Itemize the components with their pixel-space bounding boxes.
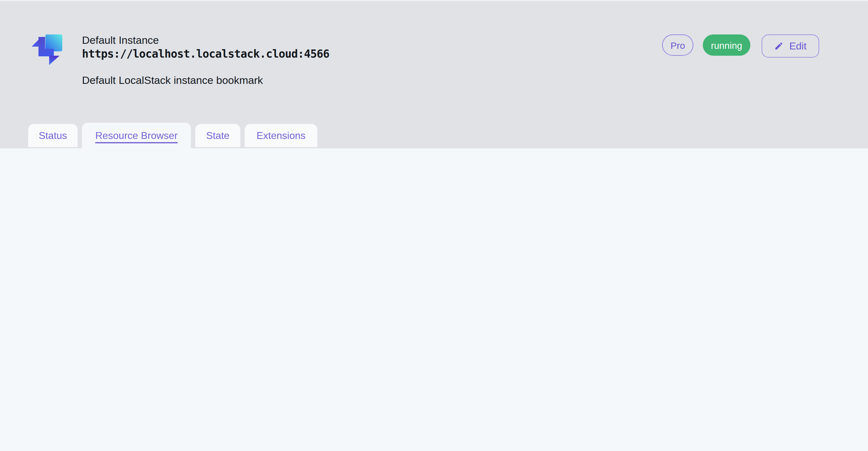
localstack-logo-icon: [30, 30, 66, 66]
tab-state[interactable]: State: [195, 124, 240, 147]
instance-header: Default Instance https://localhost.local…: [0, 0, 868, 148]
pro-badge: Pro: [662, 34, 693, 56]
resource-browser-panel: Account Create Region us-east-1 Account …: [0, 148, 868, 226]
instance-url: https://localhost.localstack.cloud:4566: [82, 48, 330, 60]
tab-status[interactable]: Status: [28, 124, 78, 147]
tab-state-label: State: [206, 130, 230, 141]
tab-resource-browser[interactable]: Resource Browser: [82, 122, 191, 149]
tab-resource-browser-label: Resource Browser: [95, 130, 178, 142]
status-badge: running: [703, 34, 750, 56]
tab-status-label: Status: [39, 130, 67, 141]
pencil-icon: [774, 41, 783, 51]
app-window: Default Instance https://localhost.local…: [0, 0, 868, 226]
edit-button-label: Edit: [789, 40, 806, 52]
tab-extensions[interactable]: Extensions: [245, 124, 317, 147]
instance-description: Default LocalStack instance bookmark: [82, 74, 263, 87]
edit-instance-button[interactable]: Edit: [762, 34, 819, 58]
instance-name: Default Instance: [82, 34, 159, 47]
tab-extensions-label: Extensions: [256, 130, 306, 141]
